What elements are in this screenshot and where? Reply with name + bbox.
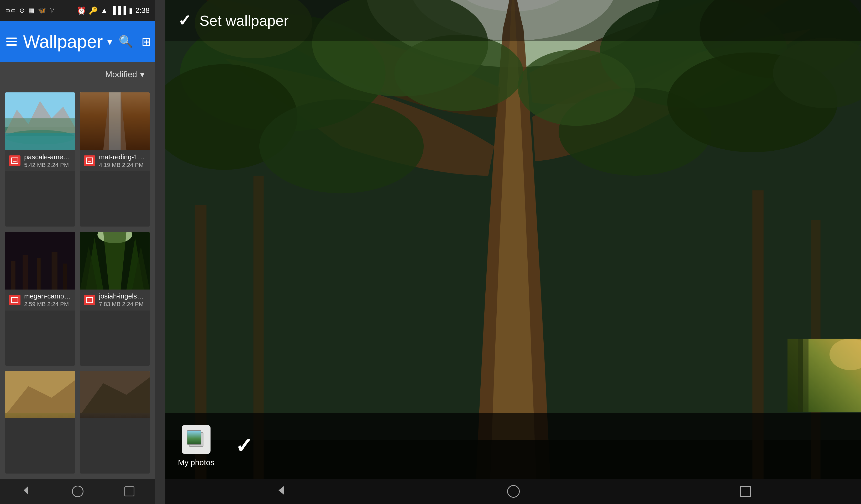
- svg-rect-5: [5, 136, 75, 150]
- item-size-2: 4.19 MB: [99, 162, 121, 168]
- svg-rect-18: [63, 263, 67, 289]
- grid-item-1[interactable]: pascale-amez-... 5.42 MB 2:24 PM: [5, 92, 75, 227]
- thumbnail-road: [80, 92, 150, 150]
- home-button[interactable]: [62, 481, 94, 501]
- item-info-1: pascale-amez-... 5.42 MB 2:24 PM: [5, 150, 75, 171]
- item-size-3: 2.59 MB: [24, 301, 46, 308]
- thumbnail-dark-forest: [5, 232, 75, 289]
- thumbnail-partial-warm: [5, 371, 75, 418]
- sort-bar: Modified ▾: [0, 62, 155, 87]
- sort-modified-button[interactable]: Modified ▾: [105, 70, 145, 80]
- item-name-3: megan-campa...: [24, 292, 71, 300]
- selected-wallpaper-option[interactable]: ✓: [235, 435, 253, 457]
- item-meta-3: 2.59 MB 2:24 PM: [24, 301, 71, 308]
- recents-square: [124, 487, 134, 496]
- title-dropdown-arrow[interactable]: ▾: [107, 36, 112, 47]
- wallpaper-options-strip: My photos ✓: [165, 413, 861, 479]
- svg-rect-17: [52, 252, 57, 289]
- svg-point-45: [518, 49, 635, 126]
- item-text-1: pascale-amez-... 5.42 MB 2:24 PM: [24, 153, 71, 168]
- file-grid: pascale-amez-... 5.42 MB 2:24 PM: [0, 87, 155, 479]
- item-meta-2: 4.19 MB 2:24 PM: [99, 162, 146, 168]
- item-meta-4: 7.83 MB 2:24 PM: [99, 301, 146, 308]
- item-text-2: mat-reding-140... 4.19 MB 2:24 PM: [99, 153, 146, 168]
- right-panel: ✓ Set wallpaper: [165, 0, 861, 504]
- hamburger-line-1: [6, 38, 17, 39]
- item-time-4: 2:24 PM: [122, 301, 144, 308]
- app-bar: Wallpaper ▾ 🔍 ⊞ ⋮: [0, 21, 155, 62]
- svg-point-44: [394, 35, 523, 111]
- file-type-icon-1: [9, 155, 20, 166]
- status-bar-left: ⊃⊂ ⊙ ▦ 🦋 𝓥: [5, 7, 53, 14]
- right-recents-square: [740, 486, 751, 497]
- key-icon: 🔑: [89, 6, 98, 15]
- app-title-container: Wallpaper ▾: [23, 31, 112, 52]
- item-info-3: megan-campa... 2.59 MB 2:24 PM: [5, 289, 75, 311]
- item-size-1: 5.42 MB: [24, 162, 46, 168]
- clock: 2:38: [135, 6, 150, 15]
- my-photos-label: My photos: [178, 458, 214, 467]
- svg-marker-57: [278, 486, 284, 494]
- item-size-4: 7.83 MB: [99, 301, 121, 308]
- right-home-circle: [507, 485, 520, 498]
- record-icon: ⊙: [19, 7, 25, 14]
- svg-rect-11: [121, 92, 150, 150]
- grid-view-button[interactable]: ⊞: [141, 35, 151, 48]
- item-time-2: 2:24 PM: [122, 162, 144, 168]
- thumbnail-partial-dark: [80, 371, 150, 418]
- status-bar-right: ⏰ 🔑 ▲ ▐▐▐ ▮ 2:38: [77, 6, 150, 15]
- grid-item-3[interactable]: megan-campa... 2.59 MB 2:24 PM: [5, 232, 75, 366]
- item-text-4: josiah-ingels-1... 7.83 MB 2:24 PM: [99, 292, 146, 308]
- grid-item-6[interactable]: [80, 371, 150, 474]
- set-wallpaper-title: Set wallpaper: [200, 12, 288, 29]
- confirm-check-icon: ✓: [178, 11, 191, 30]
- item-info-4: josiah-ingels-1... 7.83 MB 2:24 PM: [80, 289, 150, 311]
- right-recents-button[interactable]: [729, 482, 762, 501]
- thumbnail-mountain: [5, 92, 75, 150]
- panel-divider: [155, 0, 165, 504]
- search-button[interactable]: 🔍: [119, 35, 133, 48]
- grid-item-2[interactable]: mat-reding-140... 4.19 MB 2:24 PM: [80, 92, 150, 227]
- item-text-3: megan-campa... 2.59 MB 2:24 PM: [24, 292, 71, 308]
- sort-chevron-icon: ▾: [140, 70, 145, 80]
- left-panel: ⊃⊂ ⊙ ▦ 🦋 𝓥 ⏰ 🔑 ▲ ▐▐▐ ▮ 2:38 Wallpaper ▾ …: [0, 0, 155, 504]
- photo-mountain-mini: [188, 431, 201, 444]
- item-time-1: 2:24 PM: [47, 162, 69, 168]
- grid-item-4[interactable]: josiah-ingels-1... 7.83 MB 2:24 PM: [80, 232, 150, 366]
- image-icon-3: [11, 297, 18, 303]
- item-info-2: mat-reding-140... 4.19 MB 2:24 PM: [80, 150, 150, 171]
- photos-icon: [187, 430, 205, 449]
- file-type-icon-2: [84, 155, 95, 166]
- battery-icon: ▮: [129, 6, 133, 15]
- image-icon-4: [86, 297, 93, 303]
- my-photos-option[interactable]: My photos: [178, 425, 214, 467]
- svg-rect-10: [80, 92, 109, 150]
- secondary-preview-thumbnail: [788, 339, 861, 412]
- svg-rect-14: [11, 261, 15, 289]
- hamburger-line-3: [6, 44, 17, 46]
- svg-rect-56: [798, 339, 808, 412]
- my-photos-icon-bg: [182, 425, 210, 454]
- svg-rect-16: [37, 258, 40, 289]
- item-time-3: 2:24 PM: [47, 301, 69, 308]
- action-bar: ✓ Set wallpaper: [165, 0, 861, 41]
- file-type-icon-4: [84, 295, 95, 305]
- back-button[interactable]: [10, 481, 41, 502]
- recents-button[interactable]: [114, 482, 145, 501]
- right-home-button[interactable]: [497, 481, 530, 502]
- hamburger-line-2: [6, 41, 17, 42]
- alarm-icon: ⏰: [77, 6, 86, 15]
- svg-rect-6: [5, 118, 75, 133]
- item-name-2: mat-reding-140...: [99, 153, 146, 161]
- grid-item-5[interactable]: [5, 371, 75, 474]
- hamburger-menu-button[interactable]: [6, 38, 17, 46]
- right-back-button[interactable]: [265, 480, 297, 503]
- app-title: Wallpaper: [23, 31, 103, 52]
- file-type-icon-3: [9, 295, 20, 305]
- photo-stack-front: [187, 430, 201, 445]
- bottom-navigation: [0, 479, 155, 504]
- social-icon-1: 🦋: [38, 7, 46, 14]
- signal-icon: ▐▐▐: [110, 6, 126, 15]
- thumbnail-tall-trees: [80, 232, 150, 289]
- image-icon: ▦: [28, 7, 35, 14]
